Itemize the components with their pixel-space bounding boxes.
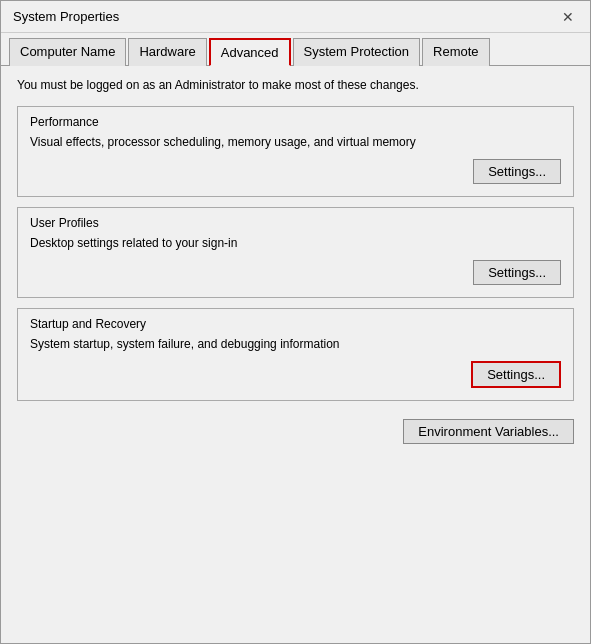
startup-recovery-label: Startup and Recovery [30,317,561,331]
startup-recovery-section: Startup and Recovery System startup, sys… [17,308,574,401]
performance-settings-button[interactable]: Settings... [473,159,561,184]
admin-note: You must be logged on as an Administrato… [17,78,574,92]
tab-advanced[interactable]: Advanced [209,38,291,66]
environment-variables-button[interactable]: Environment Variables... [403,419,574,444]
tab-system-protection[interactable]: System Protection [293,38,421,66]
startup-recovery-desc: System startup, system failure, and debu… [30,337,561,351]
user-profiles-desc: Desktop settings related to your sign-in [30,236,561,250]
system-properties-window: System Properties ✕ Computer Name Hardwa… [0,0,591,644]
tab-computer-name[interactable]: Computer Name [9,38,126,66]
performance-label: Performance [30,115,561,129]
startup-recovery-settings-button[interactable]: Settings... [471,361,561,388]
title-bar: System Properties ✕ [1,1,590,33]
tabs-container: Computer Name Hardware Advanced System P… [1,33,590,66]
window-title: System Properties [13,9,119,24]
user-profiles-settings-button[interactable]: Settings... [473,260,561,285]
content-area: You must be logged on as an Administrato… [1,66,590,643]
tab-remote[interactable]: Remote [422,38,490,66]
user-profiles-section: User Profiles Desktop settings related t… [17,207,574,298]
performance-section: Performance Visual effects, processor sc… [17,106,574,197]
tab-hardware[interactable]: Hardware [128,38,206,66]
performance-desc: Visual effects, processor scheduling, me… [30,135,561,149]
user-profiles-label: User Profiles [30,216,561,230]
env-btn-row: Environment Variables... [17,419,574,444]
close-button[interactable]: ✕ [558,10,578,24]
